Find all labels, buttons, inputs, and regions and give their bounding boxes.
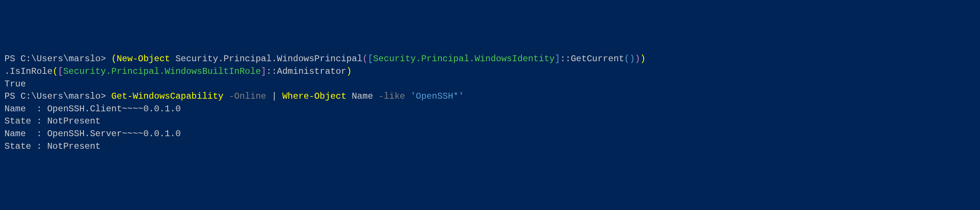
output-true: True — [5, 78, 975, 91]
output-name-server: Name : OpenSSH.Server~~~~0.0.1.0 — [5, 127, 975, 140]
prompt-2: PS C:\Users\marslo> — [5, 91, 111, 101]
prompt-1: PS C:\Users\marslo> — [5, 54, 111, 64]
param-like: -like — [379, 91, 405, 101]
command-line-3: PS C:\Users\marslo> Get-WindowsCapabilit… — [5, 90, 975, 103]
type-windows-principal: Security.Principal.WindowsPrincipal — [175, 54, 363, 64]
terminal-output[interactable]: PS C:\Users\marslo> (New-Object Security… — [5, 52, 975, 153]
output-name-client: Name : OpenSSH.Client~~~~0.0.1.0 — [5, 103, 975, 115]
param-online: -Online — [229, 91, 266, 101]
pipe-operator: | — [272, 91, 277, 101]
cmdlet-get-windowscapability: Get-WindowsCapability — [111, 91, 223, 101]
property-name: Name — [352, 91, 373, 101]
cmdlet-new-object: New-Object — [116, 54, 170, 64]
command-line-1: PS C:\Users\marslo> (New-Object Security… — [5, 52, 975, 65]
close-paren-1: ) — [640, 54, 646, 64]
method-getcurrent: ::GetCurrent — [560, 54, 624, 64]
space — [277, 91, 282, 101]
type-windows-identity: Security.Principal.WindowsIdentity — [373, 54, 555, 64]
output-state-server: State : NotPresent — [5, 140, 975, 153]
output-state-client: State : NotPresent — [5, 115, 975, 127]
space — [347, 91, 352, 101]
space — [373, 91, 379, 101]
space — [224, 91, 229, 101]
close-paren-4: ) — [347, 67, 352, 76]
close-bracket-2: ] — [261, 67, 266, 76]
string-openssh: 'OpenSSH*' — [410, 91, 464, 101]
open-paren-2: ( — [363, 54, 368, 64]
close-paren-2: ) — [635, 54, 640, 64]
open-bracket: [ — [368, 54, 373, 64]
close-bracket: ] — [555, 54, 560, 64]
method-administrator: ::Administrator — [266, 67, 347, 76]
method-isinrole: .IsInRole — [5, 67, 52, 76]
space — [170, 54, 175, 64]
space — [405, 91, 410, 101]
open-bracket-2: [ — [58, 67, 63, 76]
open-paren-3: ( — [624, 54, 630, 64]
open-paren-4: ( — [52, 67, 58, 76]
open-paren-1: ( — [111, 54, 116, 64]
space — [266, 91, 272, 101]
cmdlet-where-object: Where-Object — [282, 91, 347, 101]
type-builtin-role: Security.Principal.WindowsBuiltInRole — [63, 67, 261, 76]
command-line-2: .IsInRole([Security.Principal.WindowsBui… — [5, 65, 975, 78]
close-paren-3: ) — [630, 54, 635, 64]
